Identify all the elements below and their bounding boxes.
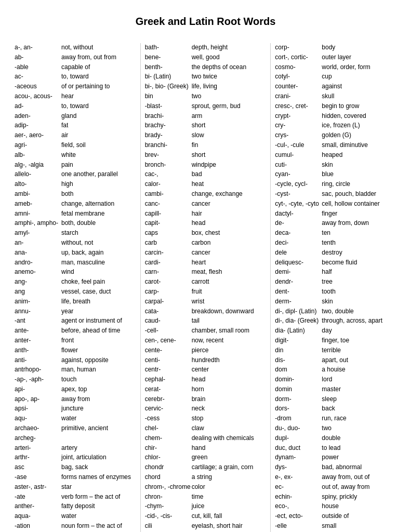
definition-text: spiny, prickly	[322, 493, 396, 501]
definition-text: high	[61, 180, 136, 189]
definition-text: cancer	[192, 248, 267, 257]
list-item: cosmo-world, order, form	[275, 63, 396, 72]
root-word: alto-	[15, 180, 61, 189]
definition-text: white	[61, 151, 136, 159]
definition-text: both	[61, 190, 136, 198]
list-item: bath-depth, height	[145, 43, 267, 52]
list-item: cata-breakdown, downward	[145, 307, 267, 316]
list-item: anther-fatty deposit	[15, 502, 136, 511]
list-item: andro-man, masculine	[15, 258, 136, 267]
definition-text: bad	[192, 170, 267, 179]
definition-text: to, toward	[61, 72, 136, 81]
definition-text: bag, sack	[61, 463, 136, 472]
list-item: demi-half	[275, 268, 396, 276]
list-item: echin-spiny, prickly	[275, 493, 396, 501]
root-word: api-	[15, 385, 61, 394]
definition-text: destroy	[322, 248, 396, 257]
root-word: arthr-	[15, 453, 61, 462]
list-item: cen-, cene-now, recent	[145, 336, 267, 345]
list-item: centr-center	[145, 365, 267, 374]
list-item: carpal-wrist	[145, 297, 267, 306]
definition-text: gland	[61, 112, 136, 121]
list-item: ante-before, ahead of time	[15, 326, 136, 335]
definition-text: dealing with chemicals	[192, 434, 267, 443]
definition-text: become fluid	[322, 258, 396, 267]
list-item: cilieyelash, short hair	[145, 522, 267, 530]
root-word: caps	[145, 229, 192, 237]
list-item: anti-against, opposite	[15, 356, 136, 365]
root-word: benth-	[145, 63, 192, 72]
list-item: apo-, ap-away from	[15, 395, 136, 404]
list-item: api-apex, top	[15, 385, 136, 394]
definition-text: a string	[192, 473, 267, 482]
root-word: canc-	[145, 200, 192, 208]
definition-text: short	[192, 151, 267, 159]
list-item: corp-body	[275, 43, 396, 52]
definition-text: begin to grow	[322, 102, 396, 111]
list-item: -aceousof or pertaining to	[15, 82, 136, 91]
root-word: digit-	[275, 336, 322, 345]
definition-text: fruit	[192, 287, 267, 296]
definition-text: skin	[322, 297, 396, 306]
root-word: brachy-	[145, 121, 192, 130]
root-word: ambi-	[15, 190, 61, 198]
root-word: dia- (Latin)	[275, 326, 322, 335]
column-2: bath-depth, heightbene-well, goodbenth-t…	[141, 43, 271, 532]
definition-text: power	[322, 453, 396, 462]
list-item: -cyst-sac, pouch, bladder	[275, 190, 396, 198]
list-item: cerebr-brain	[145, 395, 267, 404]
root-word: cerebr-	[145, 395, 192, 404]
list-item: branchi-fin	[145, 141, 267, 150]
root-word: cambi-	[145, 190, 192, 198]
definition-text: tail	[192, 316, 267, 325]
list-item: carbcarbon	[145, 238, 267, 247]
definition-text: world, order, form	[322, 63, 396, 72]
definition-text: ring, circle	[322, 180, 396, 189]
definition-text: touch	[61, 375, 136, 384]
list-item: cerat-horn	[145, 385, 267, 394]
list-item: angvessel, case, duct	[15, 287, 136, 296]
list-item: chrom-, -chromecolor	[145, 483, 267, 491]
definition-text: bad, abnormal	[322, 463, 396, 472]
definition-text: ice, frozen (L)	[322, 121, 396, 130]
definition-text: double	[322, 434, 396, 443]
root-word: anter-	[15, 336, 61, 345]
definition-text: primitive, ancient	[61, 424, 136, 433]
list-item: -aseforms names of enzymes	[15, 473, 136, 482]
definition-text: cancer	[192, 200, 267, 208]
root-word: dele	[275, 248, 322, 257]
definition-text: life, breath	[61, 297, 136, 306]
definition-text: stop	[192, 414, 267, 423]
list-item: -ationnoun form – the act of	[15, 522, 136, 530]
root-word: bin	[145, 92, 192, 101]
definition-text: small	[322, 522, 396, 530]
list-item: aster-, astr-star	[15, 483, 136, 491]
list-item: e-, ex-away from, out of	[275, 473, 396, 482]
definition-text: not, without	[61, 43, 136, 52]
list-item: benth-the depths of ocean	[145, 63, 267, 72]
root-word: cente-	[145, 346, 192, 355]
root-word: capit-	[145, 219, 192, 228]
column-3: corp-bodycort-, cortic-outer layercosmo-…	[271, 43, 401, 532]
root-word: -ase	[15, 473, 61, 482]
definition-text: fetal membrane	[61, 209, 136, 218]
list-item: brachy-short	[145, 121, 267, 130]
root-word: du-, duo-	[275, 424, 322, 433]
list-item: -dromrun, race	[275, 414, 396, 423]
definition-text: tooth	[322, 287, 396, 296]
definition-text: out of, away from	[322, 483, 396, 491]
root-word: -drom	[275, 414, 322, 423]
root-word: duc, duct	[275, 444, 322, 453]
definition-text: vessel, case, duct	[61, 287, 136, 296]
definition-text: against	[322, 82, 396, 91]
list-item: -ap-, -aph-touch	[15, 375, 136, 384]
list-item: digit-finger, toe	[275, 336, 396, 345]
definition-text: sleep	[322, 395, 396, 404]
list-item: -antagent or instrument of	[15, 316, 136, 325]
list-item: cente-pierce	[145, 346, 267, 355]
definition-text: man, masculine	[61, 258, 136, 267]
list-item: chorda string	[145, 473, 267, 482]
definition-text: change, alternation	[61, 200, 136, 208]
list-item: aer-, aero-air	[15, 131, 136, 140]
root-word: cac-,	[145, 170, 192, 179]
